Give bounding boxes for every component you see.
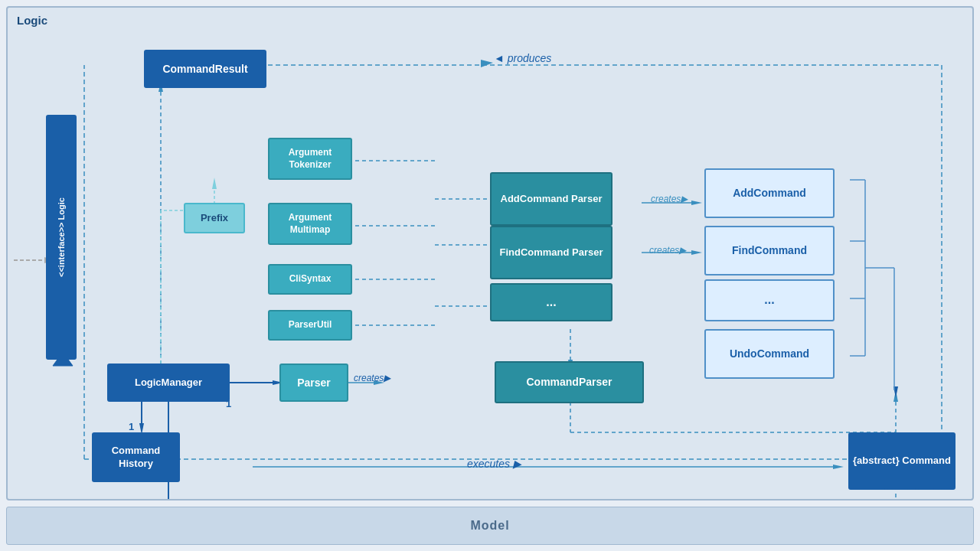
creates-label-1: creates▶ <box>354 373 390 383</box>
svg-marker-5 <box>481 60 493 67</box>
prefix-box: Prefix <box>184 203 245 233</box>
find-command-box: FindCommand <box>704 226 835 276</box>
abstract-command-box: {abstract} Command <box>848 432 956 490</box>
svg-marker-27 <box>691 250 702 255</box>
find-command-parser-box: FindCommand Parser <box>490 226 612 279</box>
parser-box: Parser <box>279 364 348 402</box>
one-label-2: 1 <box>129 421 134 432</box>
model-bar: Model <box>6 507 974 545</box>
svg-marker-53 <box>833 465 844 469</box>
command-history-box: Command History <box>92 432 180 482</box>
creates-label-2: creates▶ <box>651 194 688 204</box>
argument-multimap-box: Argument Multimap <box>268 203 352 245</box>
cli-syntax-box: CliSyntax <box>268 264 352 295</box>
logic-label: Logic <box>17 14 47 27</box>
argument-tokenizer-box: Argument Tokenizer <box>268 138 352 180</box>
model-label: Model <box>470 519 509 533</box>
undo-command-box: UndoCommand <box>704 329 835 379</box>
dots-command-box: ... <box>704 279 835 321</box>
diagram-area: Logic <box>6 6 974 500</box>
dots-parser-box: ... <box>490 283 612 321</box>
executes-label: executes ▶ <box>467 458 521 470</box>
one-label-1: 1 <box>226 398 231 409</box>
logic-manager-box: LogicManager <box>107 364 230 402</box>
interface-logic-box: <<interface>> Logic <box>46 115 77 360</box>
produces-label: ◄ produces <box>494 52 551 64</box>
svg-marker-25 <box>691 201 702 205</box>
add-command-box: AddCommand <box>704 168 835 218</box>
command-parser-box: CommandParser <box>495 361 644 403</box>
creates-label-3: creates▶ <box>649 245 686 256</box>
svg-marker-45 <box>212 178 217 189</box>
svg-marker-33 <box>893 386 898 398</box>
command-result-box: CommandResult <box>144 50 266 88</box>
parser-util-box: ParserUtil <box>268 310 352 341</box>
svg-marker-21 <box>893 390 898 402</box>
add-command-parser-box: AddCommand Parser <box>490 172 612 226</box>
main-container: Logic <box>0 0 980 551</box>
